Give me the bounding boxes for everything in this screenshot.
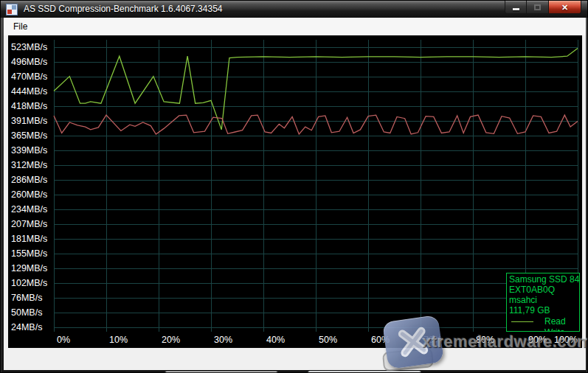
- y-tick-label: 470MB/s: [11, 72, 47, 82]
- x-tick-label: 20%: [162, 335, 180, 345]
- y-tick-label: 339MB/s: [11, 145, 47, 156]
- y-tick-label: 155MB/s: [11, 248, 47, 259]
- legend-device: Samsung SSD 840: [509, 274, 577, 285]
- minimize-button[interactable]: [505, 1, 527, 14]
- minimize-icon: [513, 8, 519, 10]
- y-tick-label: 312MB/s: [11, 160, 47, 170]
- y-tick-label: 260MB/s: [11, 189, 47, 200]
- x-tick-label: 80%: [476, 335, 494, 345]
- menu-item-file[interactable]: File: [8, 18, 32, 35]
- x-tick-label: 100%: [554, 335, 578, 345]
- legend-read-label: Read: [544, 316, 566, 327]
- x-tick-label: 90%: [528, 335, 547, 345]
- x-tick-label: 30%: [214, 335, 232, 345]
- legend-driver: msahci: [509, 295, 577, 305]
- chart-area: 523MB/s496MB/s470MB/s444MB/s418MB/s391MB…: [8, 35, 582, 348]
- y-tick-label: 523MB/s: [11, 42, 47, 52]
- x-tick-label: 60%: [371, 335, 390, 345]
- y-tick-label: 24MB/s: [11, 322, 42, 332]
- legend-write-label: Write: [544, 327, 565, 332]
- x-tick-label: 0%: [57, 335, 70, 345]
- close-button[interactable]: ✕: [548, 1, 581, 14]
- y-tick-label: 207MB/s: [11, 219, 47, 229]
- close-icon: ✕: [561, 1, 568, 13]
- legend-entry-write: Write: [509, 327, 577, 332]
- app-icon: [6, 4, 18, 15]
- menu-bar: File: [4, 18, 586, 35]
- legend-firmware: EXT0AB0Q: [509, 285, 577, 295]
- y-tick-label: 496MB/s: [11, 57, 47, 67]
- y-tick-label: 234MB/s: [11, 204, 47, 215]
- y-tick-label: 102MB/s: [11, 278, 47, 288]
- client-area: File 523MB/s496MB/s470MB/s444MB/s418MB/s…: [4, 18, 586, 370]
- y-tick-label: 444MB/s: [11, 86, 47, 97]
- x-tick-label: 50%: [319, 335, 337, 345]
- chart-legend: Samsung SSD 840 EXT0AB0Q msahci 111,79 G…: [506, 273, 580, 332]
- window-title: AS SSD Compression-Benchmark 1.6.4067.34…: [24, 1, 222, 18]
- x-tick-label: 70%: [423, 335, 442, 345]
- y-tick-label: 76MB/s: [11, 293, 42, 303]
- read-line-swatch: [511, 321, 533, 322]
- y-tick-label: 286MB/s: [11, 175, 47, 185]
- y-tick-label: 129MB/s: [11, 263, 47, 273]
- maximize-button: [527, 1, 548, 14]
- y-tick-label: 418MB/s: [11, 101, 47, 111]
- y-tick-label: 391MB/s: [11, 116, 47, 126]
- maximize-icon: [534, 4, 541, 10]
- y-tick-label: 365MB/s: [11, 130, 47, 141]
- x-tick-label: 10%: [109, 335, 128, 345]
- y-tick-label: 50MB/s: [11, 307, 42, 318]
- app-window: AS SSD Compression-Benchmark 1.6.4067.34…: [0, 0, 588, 373]
- x-tick-label: 40%: [266, 335, 285, 345]
- legend-entry-read: Read: [509, 316, 577, 327]
- title-bar: AS SSD Compression-Benchmark 1.6.4067.34…: [1, 1, 587, 18]
- y-tick-label: 181MB/s: [11, 234, 47, 244]
- legend-capacity: 111,79 GB: [509, 305, 577, 316]
- chart-canvas: 523MB/s496MB/s470MB/s444MB/s418MB/s391MB…: [8, 35, 582, 348]
- window-controls: ✕: [505, 1, 581, 14]
